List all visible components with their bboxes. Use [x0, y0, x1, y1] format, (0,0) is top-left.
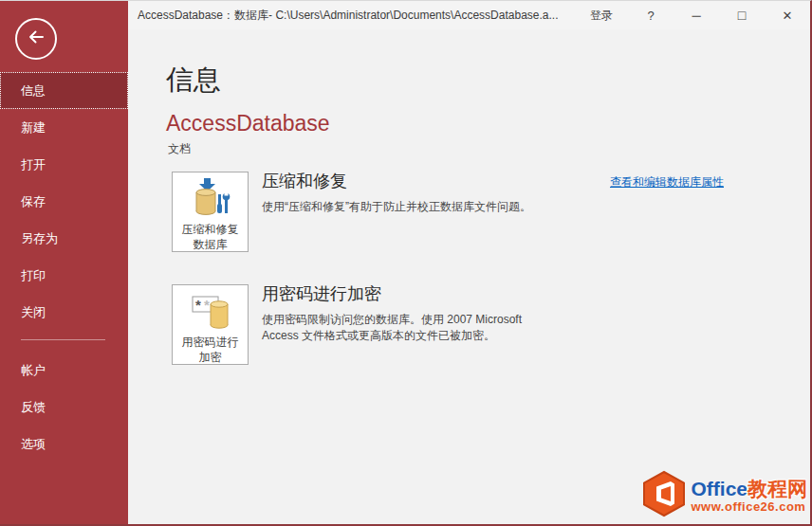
- encrypt-password-section: * * 用密码进行 加密 用密码进行加密 使用密码限制访问您的数据库。: [172, 284, 558, 365]
- sidebar-footer-nav: 帐户 反馈 选项: [0, 352, 128, 463]
- sidebar-item-close[interactable]: 关闭: [0, 294, 128, 331]
- encrypt-with-password-button[interactable]: * * 用密码进行 加密: [172, 284, 249, 365]
- watermark: Office教程网 www.office26.com: [641, 470, 807, 521]
- sidebar-item-save-as[interactable]: 另存为: [0, 220, 128, 257]
- access-backstage-window: AccessDatabase：数据库- C:\Users\Administrat…: [0, 0, 812, 526]
- sidebar-item-open[interactable]: 打开: [0, 146, 128, 183]
- minimize-button[interactable]: ─: [674, 1, 719, 29]
- close-button[interactable]: ✕: [765, 1, 810, 29]
- help-button[interactable]: ?: [628, 1, 674, 29]
- encrypt-button-label: 用密码进行 加密: [182, 336, 239, 365]
- view-edit-database-properties-link[interactable]: 查看和编辑数据库属性: [610, 174, 724, 190]
- sidebar-item-feedback[interactable]: 反馈: [0, 389, 128, 426]
- backstage-sidebar: 信息 新建 打开 保存 另存为 打印 关闭 帐户 反馈 选项: [0, 1, 128, 524]
- window-title: AccessDatabase：数据库- C:\Users\Administrat…: [128, 8, 558, 24]
- svg-text:*: *: [195, 297, 201, 313]
- sidebar-nav: 信息 新建 打开 保存 另存为 打印 关闭: [0, 72, 128, 331]
- sidebar-item-print[interactable]: 打印: [0, 257, 128, 294]
- sidebar-item-options[interactable]: 选项: [0, 426, 128, 463]
- titlebar: AccessDatabase：数据库- C:\Users\Administrat…: [128, 1, 810, 29]
- watermark-brand: Office教程网: [691, 479, 807, 499]
- sidebar-item-save[interactable]: 保存: [0, 183, 128, 220]
- compact-repair-button-label: 压缩和修复 数据库: [182, 223, 239, 252]
- compact-repair-section: 压缩和修复 数据库 压缩和修复 使用“压缩和修复”有助于防止并校正数据库文件问题…: [172, 172, 565, 252]
- watermark-url: www.office26.com: [691, 500, 807, 513]
- office-logo-icon: [641, 470, 687, 521]
- sign-in-button[interactable]: 登录: [575, 1, 628, 29]
- compact-repair-description: 使用“压缩和修复”有助于防止并校正数据库文件问题。: [262, 199, 565, 215]
- sidebar-item-account[interactable]: 帐户: [0, 352, 128, 389]
- svg-text:*: *: [204, 297, 210, 313]
- backstage-content: 信息 AccessDatabase 文档 查看和编辑数据库属性: [128, 29, 810, 524]
- compact-repair-database-icon: [190, 177, 231, 221]
- left-arrow-icon: [25, 26, 47, 52]
- compact-repair-database-button[interactable]: 压缩和修复 数据库: [172, 172, 249, 252]
- encrypt-title: 用密码进行加密: [262, 284, 558, 305]
- sidebar-divider: [21, 339, 105, 340]
- sidebar-item-info[interactable]: 信息: [0, 72, 128, 109]
- maximize-button[interactable]: □: [719, 1, 765, 29]
- compact-repair-title: 压缩和修复: [262, 172, 565, 192]
- sidebar-item-new[interactable]: 新建: [0, 109, 128, 146]
- encrypt-description: 使用密码限制访问您的数据库。使用 2007 Microsoft Access 文…: [262, 312, 558, 345]
- database-type-label: 文档: [168, 141, 191, 157]
- page-title: 信息: [166, 62, 221, 100]
- encrypt-with-password-icon: * *: [190, 290, 231, 334]
- database-name: AccessDatabase: [166, 111, 330, 136]
- back-button[interactable]: [15, 18, 57, 60]
